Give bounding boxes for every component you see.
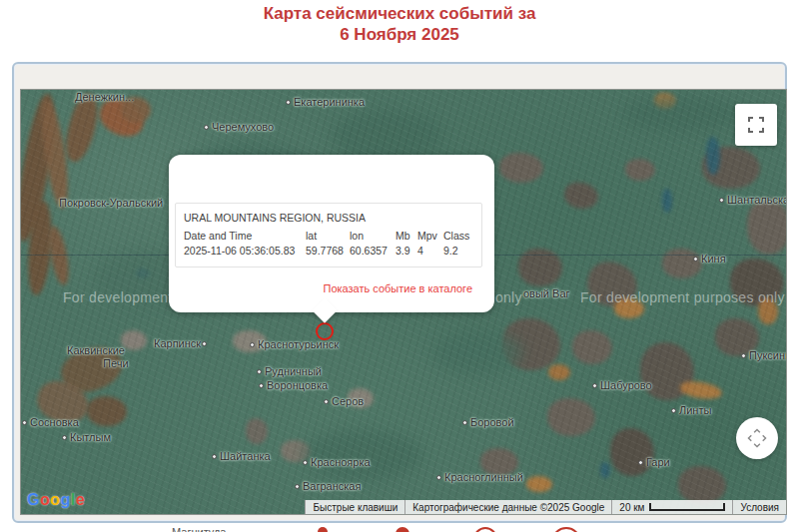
terrain-patch (622, 96, 742, 132)
google-logo-letter: G (27, 491, 40, 508)
map-data-copyright: Картографические данные ©2025 Google (404, 500, 611, 514)
map-label: Печи (103, 357, 129, 369)
town-dot-icon (202, 341, 207, 346)
terrain-patch (730, 259, 784, 306)
popup-tail (312, 297, 337, 322)
terrain-patch (526, 476, 552, 492)
town-dot-icon (259, 383, 264, 388)
terrain-patch (547, 398, 595, 436)
map-label: овый Ваг (523, 287, 570, 299)
town-dot-icon (257, 369, 262, 374)
terrain-patch (333, 111, 442, 161)
fullscreen-icon (747, 116, 765, 134)
pan-control-button[interactable] (736, 417, 778, 459)
map-label: Денежкин... (75, 91, 134, 103)
map-label: Черемухово (203, 121, 274, 133)
map-label: Шантальская (718, 194, 787, 206)
map-label: Шайтанка (211, 450, 271, 462)
map-label: Сосновка (21, 416, 79, 428)
terrain-patch (246, 418, 268, 444)
town-dot-icon (286, 100, 291, 105)
legend-magnitude-circle (551, 527, 581, 532)
terrain-patch (610, 428, 654, 476)
town-dot-icon (22, 420, 27, 425)
terms-link[interactable]: Условия (732, 500, 786, 514)
event-region: URAL MOUNTAINS REGION, RUSSIA (184, 212, 473, 224)
map-label: Линты (670, 404, 711, 416)
town-dot-icon (436, 475, 441, 480)
legend-magnitude-circle (473, 527, 497, 532)
town-dot-icon (250, 342, 255, 347)
terrain-patch (614, 298, 644, 318)
info-popup: URAL MOUNTAINS REGION, RUSSIA Date and T… (169, 155, 494, 312)
event-table-cell: Class (443, 229, 471, 244)
terrain-patch (600, 462, 610, 478)
terrain-patch (303, 430, 422, 480)
terrain-patch (432, 330, 522, 375)
earthquake-marker[interactable] (316, 322, 334, 340)
scale-label: 20 км (619, 502, 644, 513)
event-table-cell: Mpv (417, 229, 443, 244)
terrain-patch (87, 396, 127, 426)
town-dot-icon (741, 353, 746, 358)
terrain-patch (572, 330, 612, 364)
map-label: Шабурово (591, 379, 652, 391)
show-event-in-catalog-link[interactable]: Показать событие в каталоге (323, 282, 472, 294)
map-label: Киня (692, 253, 726, 265)
town-dot-icon (204, 125, 209, 130)
google-logo-letter: g (61, 491, 71, 508)
legend-magnitude-circle (396, 527, 409, 532)
event-info-box: URAL MOUNTAINS REGION, RUSSIA Date and T… (175, 203, 482, 267)
legend-magnitude-circle (318, 527, 328, 532)
map-label: Покровск-Уральский (59, 197, 163, 209)
event-table-cell: 4 (417, 244, 443, 259)
keyboard-shortcuts-button[interactable]: Быстрые клавиши (305, 500, 404, 514)
event-table-cell: 60.6357 (350, 244, 396, 259)
town-dot-icon (324, 399, 329, 404)
google-logo-letter: e (76, 491, 85, 508)
event-table-cell: lon (350, 229, 396, 244)
terrain-patch (548, 364, 570, 380)
map-label: Рудничный (256, 365, 322, 377)
map-label: Красноярка (302, 456, 371, 468)
fullscreen-button[interactable] (735, 104, 777, 146)
town-dot-icon (671, 408, 676, 413)
event-table-cell: 3.9 (396, 244, 417, 259)
legend-label: Магнитуда (172, 526, 226, 532)
event-table-cell: Mb (396, 229, 417, 244)
terrain-patch (662, 189, 672, 213)
town-dot-icon (212, 454, 217, 459)
terrain-patch (499, 153, 543, 183)
terrain-patch (562, 181, 599, 211)
town-dot-icon (462, 420, 467, 425)
map-label: Боровой (461, 416, 514, 428)
map-widget-container: For development purposes onlyFor develop… (12, 62, 787, 523)
map-label: Пуксинка (740, 349, 787, 361)
google-logo[interactable]: Google (27, 491, 85, 509)
map-label: Серов (323, 395, 364, 407)
page-title-line1: Карта сейсмических событий за (0, 3, 799, 24)
town-dot-icon (303, 460, 308, 465)
google-logo-letter: o (40, 491, 50, 508)
event-table-cell: Date and Time (184, 229, 306, 244)
event-table-cell: lat (306, 229, 350, 244)
terrain-patch (679, 379, 723, 401)
event-table-cell: 2025-11-06 05:36:05.83 (184, 244, 306, 259)
map-label: Вагранская (294, 480, 361, 492)
terrain-patch (758, 298, 778, 324)
map-label: Кытлым (61, 431, 111, 443)
google-logo-letter: o (50, 491, 60, 508)
terrain-patch (747, 199, 787, 255)
seismic-map[interactable]: For development purposes onlyFor develop… (20, 89, 787, 515)
scale-bar (649, 503, 725, 511)
map-label: Воронцовка (258, 379, 328, 391)
page-title-line2: 6 Ноября 2025 (0, 24, 799, 45)
town-dot-icon (295, 484, 300, 489)
magnitude-legend: Магнитуда (0, 526, 799, 532)
pan-arrows-icon (742, 417, 772, 459)
town-dot-icon (693, 257, 698, 262)
map-scale-control: 20 км (611, 500, 732, 514)
event-table-values: 2025-11-06 05:36:05.8359.776860.63573.94… (184, 244, 473, 259)
town-dot-icon (719, 198, 724, 203)
town-dot-icon (62, 435, 67, 440)
